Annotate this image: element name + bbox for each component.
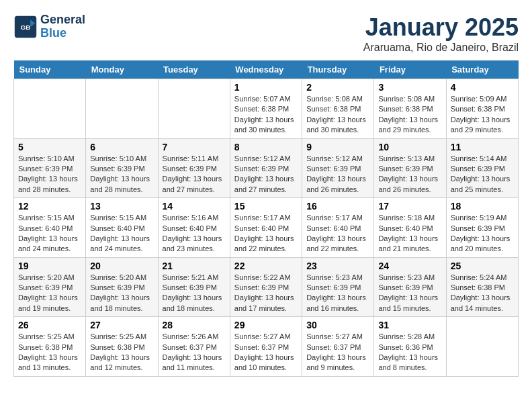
calendar-cell <box>158 79 230 139</box>
day-number: 26 <box>18 320 81 330</box>
day-number: 7 <box>163 142 226 152</box>
month-title: January 2025 <box>363 13 519 42</box>
calendar-cell: 23Sunrise: 5:23 AMSunset: 6:39 PMDayligh… <box>302 257 374 317</box>
week-row-4: 19Sunrise: 5:20 AMSunset: 6:39 PMDayligh… <box>14 257 519 317</box>
day-number: 4 <box>451 82 514 93</box>
calendar-cell: 29Sunrise: 5:27 AMSunset: 6:37 PMDayligh… <box>230 317 302 377</box>
day-number: 16 <box>306 201 369 212</box>
day-number: 19 <box>18 261 81 271</box>
calendar-cell: 24Sunrise: 5:23 AMSunset: 6:39 PMDayligh… <box>374 257 446 317</box>
calendar-cell: 9Sunrise: 5:12 AMSunset: 6:39 PMDaylight… <box>302 138 374 198</box>
day-info: Sunrise: 5:16 AMSunset: 6:40 PMDaylight:… <box>163 213 226 255</box>
day-number: 24 <box>378 261 441 271</box>
day-info: Sunrise: 5:20 AMSunset: 6:39 PMDaylight:… <box>18 273 81 314</box>
calendar-cell: 16Sunrise: 5:17 AMSunset: 6:40 PMDayligh… <box>302 198 374 258</box>
day-number: 25 <box>451 261 514 271</box>
weekday-header-row: SundayMondayTuesdayWednesdayThursdayFrid… <box>14 60 519 79</box>
day-number: 29 <box>234 320 298 330</box>
calendar-cell: 31Sunrise: 5:28 AMSunset: 6:36 PMDayligh… <box>374 317 446 377</box>
calendar-cell: 1Sunrise: 5:07 AMSunset: 6:38 PMDaylight… <box>230 79 302 139</box>
day-info: Sunrise: 5:07 AMSunset: 6:38 PMDaylight:… <box>234 94 298 136</box>
day-info: Sunrise: 5:27 AMSunset: 6:37 PMDaylight:… <box>234 332 298 373</box>
calendar-cell <box>86 79 158 139</box>
day-number: 11 <box>451 142 514 152</box>
day-info: Sunrise: 5:08 AMSunset: 6:38 PMDaylight:… <box>306 94 369 136</box>
calendar-cell: 18Sunrise: 5:19 AMSunset: 6:39 PMDayligh… <box>446 198 518 258</box>
calendar-cell: 17Sunrise: 5:18 AMSunset: 6:40 PMDayligh… <box>374 198 446 258</box>
day-number: 3 <box>378 82 441 93</box>
logo-line2: Blue <box>40 26 66 40</box>
day-number: 10 <box>378 142 441 152</box>
day-info: Sunrise: 5:15 AMSunset: 6:40 PMDaylight:… <box>90 213 153 255</box>
calendar-cell: 13Sunrise: 5:15 AMSunset: 6:40 PMDayligh… <box>86 198 158 258</box>
calendar-cell: 21Sunrise: 5:21 AMSunset: 6:39 PMDayligh… <box>158 257 230 317</box>
day-info: Sunrise: 5:24 AMSunset: 6:38 PMDaylight:… <box>451 273 514 314</box>
calendar-cell: 22Sunrise: 5:22 AMSunset: 6:39 PMDayligh… <box>230 257 302 317</box>
calendar-cell: 4Sunrise: 5:09 AMSunset: 6:38 PMDaylight… <box>446 79 518 139</box>
weekday-header-monday: Monday <box>86 60 158 79</box>
day-number: 13 <box>90 201 153 212</box>
day-info: Sunrise: 5:10 AMSunset: 6:39 PMDaylight:… <box>18 154 81 195</box>
logo-line1: General <box>40 13 85 26</box>
logo-icon: GB <box>13 15 38 39</box>
day-info: Sunrise: 5:10 AMSunset: 6:39 PMDaylight:… <box>90 154 153 195</box>
day-info: Sunrise: 5:25 AMSunset: 6:38 PMDaylight:… <box>90 332 153 373</box>
week-row-5: 26Sunrise: 5:25 AMSunset: 6:38 PMDayligh… <box>14 317 519 377</box>
day-number: 12 <box>18 201 81 212</box>
calendar-cell: 7Sunrise: 5:11 AMSunset: 6:39 PMDaylight… <box>158 138 230 198</box>
day-number: 21 <box>163 261 226 271</box>
day-number: 6 <box>90 142 153 152</box>
day-info: Sunrise: 5:22 AMSunset: 6:39 PMDaylight:… <box>234 273 298 314</box>
location: Araruama, Rio de Janeiro, Brazil <box>363 42 519 54</box>
day-number: 20 <box>90 261 153 271</box>
calendar-cell: 3Sunrise: 5:08 AMSunset: 6:38 PMDaylight… <box>374 79 446 139</box>
day-number: 15 <box>234 201 298 212</box>
calendar-cell: 27Sunrise: 5:25 AMSunset: 6:38 PMDayligh… <box>86 317 158 377</box>
day-info: Sunrise: 5:17 AMSunset: 6:40 PMDaylight:… <box>306 213 369 255</box>
title-block: January 2025 Araruama, Rio de Janeiro, B… <box>363 13 519 54</box>
day-info: Sunrise: 5:12 AMSunset: 6:39 PMDaylight:… <box>306 154 369 195</box>
weekday-header-sunday: Sunday <box>14 60 86 79</box>
logo: GB General Blue <box>13 13 85 40</box>
day-number: 2 <box>306 82 369 93</box>
day-info: Sunrise: 5:27 AMSunset: 6:37 PMDaylight:… <box>306 332 369 373</box>
page-header: GB General Blue January 2025 Araruama, R… <box>13 13 519 54</box>
day-info: Sunrise: 5:28 AMSunset: 6:36 PMDaylight:… <box>378 332 441 373</box>
calendar-cell: 8Sunrise: 5:12 AMSunset: 6:39 PMDaylight… <box>230 138 302 198</box>
day-info: Sunrise: 5:11 AMSunset: 6:39 PMDaylight:… <box>163 154 226 195</box>
day-info: Sunrise: 5:19 AMSunset: 6:39 PMDaylight:… <box>451 213 514 255</box>
calendar-cell: 15Sunrise: 5:17 AMSunset: 6:40 PMDayligh… <box>230 198 302 258</box>
calendar-cell: 12Sunrise: 5:15 AMSunset: 6:40 PMDayligh… <box>14 198 86 258</box>
calendar-cell: 14Sunrise: 5:16 AMSunset: 6:40 PMDayligh… <box>158 198 230 258</box>
day-info: Sunrise: 5:15 AMSunset: 6:40 PMDaylight:… <box>18 213 81 255</box>
calendar-cell: 19Sunrise: 5:20 AMSunset: 6:39 PMDayligh… <box>14 257 86 317</box>
day-info: Sunrise: 5:12 AMSunset: 6:39 PMDaylight:… <box>234 154 298 195</box>
calendar-cell: 30Sunrise: 5:27 AMSunset: 6:37 PMDayligh… <box>302 317 374 377</box>
day-number: 27 <box>90 320 153 330</box>
day-info: Sunrise: 5:20 AMSunset: 6:39 PMDaylight:… <box>90 273 153 314</box>
day-number: 22 <box>234 261 298 271</box>
day-info: Sunrise: 5:18 AMSunset: 6:40 PMDaylight:… <box>378 213 441 255</box>
weekday-header-saturday: Saturday <box>446 60 518 79</box>
day-number: 14 <box>163 201 226 212</box>
calendar-cell: 26Sunrise: 5:25 AMSunset: 6:38 PMDayligh… <box>14 317 86 377</box>
calendar-table: SundayMondayTuesdayWednesdayThursdayFrid… <box>13 60 519 377</box>
day-number: 18 <box>451 201 514 212</box>
day-info: Sunrise: 5:23 AMSunset: 6:39 PMDaylight:… <box>306 273 369 314</box>
calendar-cell: 25Sunrise: 5:24 AMSunset: 6:38 PMDayligh… <box>446 257 518 317</box>
weekday-header-tuesday: Tuesday <box>158 60 230 79</box>
day-info: Sunrise: 5:09 AMSunset: 6:38 PMDaylight:… <box>451 94 514 136</box>
weekday-header-thursday: Thursday <box>302 60 374 79</box>
day-number: 17 <box>378 201 441 212</box>
day-number: 23 <box>306 261 369 271</box>
day-number: 31 <box>378 320 441 330</box>
day-info: Sunrise: 5:26 AMSunset: 6:37 PMDaylight:… <box>163 332 226 373</box>
calendar-cell: 11Sunrise: 5:14 AMSunset: 6:39 PMDayligh… <box>446 138 518 198</box>
weekday-header-friday: Friday <box>374 60 446 79</box>
calendar-cell: 28Sunrise: 5:26 AMSunset: 6:37 PMDayligh… <box>158 317 230 377</box>
calendar-cell: 20Sunrise: 5:20 AMSunset: 6:39 PMDayligh… <box>86 257 158 317</box>
week-row-1: 1Sunrise: 5:07 AMSunset: 6:38 PMDaylight… <box>14 79 519 139</box>
week-row-2: 5Sunrise: 5:10 AMSunset: 6:39 PMDaylight… <box>14 138 519 198</box>
weekday-header-wednesday: Wednesday <box>230 60 302 79</box>
svg-text:GB: GB <box>21 23 31 30</box>
